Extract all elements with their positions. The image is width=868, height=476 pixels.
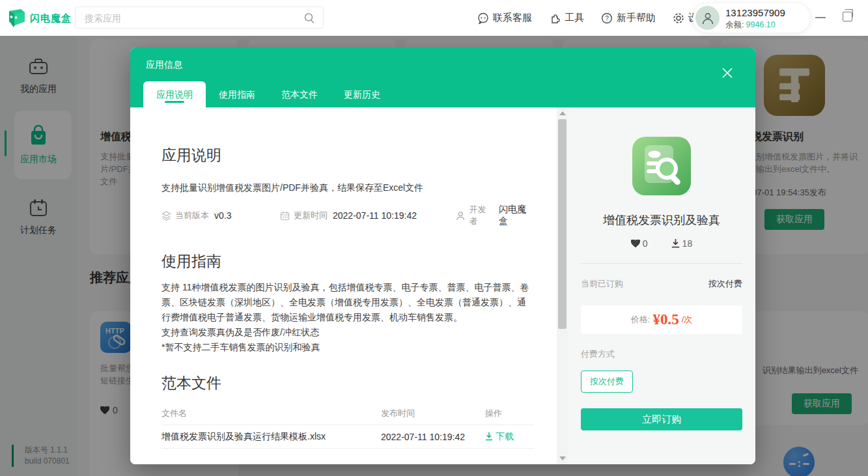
download-count-icon (671, 239, 680, 248)
topbar: 闪电魔盒 联系客服 工具 (0, 0, 868, 36)
download-link[interactable]: 下载 (485, 431, 534, 443)
app-description-text: 支持批量识别增值税发票图片/PDF并验真，结果保存至Excel文件 (161, 182, 534, 193)
pay-per-use-chip[interactable]: 按次付费 (581, 371, 633, 393)
app-icon-large (632, 137, 691, 195)
meta-updated: 更新时间 2022-07-11 10:19:42 (280, 204, 456, 227)
puzzle-icon (549, 12, 561, 24)
restore-window-button[interactable] (843, 12, 852, 21)
meta-version-label: 当前版本 (175, 210, 209, 221)
tools-label: 工具 (565, 12, 584, 24)
meta-version-value: v0.3 (214, 210, 231, 221)
likes-count: 0 (643, 238, 648, 249)
account-pill[interactable]: 13123957909 余额:9946.10 (693, 3, 810, 33)
col-filename: 文件名 (161, 408, 381, 419)
contact-support-button[interactable]: 联系客服 (477, 12, 532, 24)
modal-header: 应用信息 应用说明 使用指南 范本文件 更新历史 (130, 48, 755, 107)
app-logo-icon (5, 7, 27, 29)
app-info-modal: 应用信息 应用说明 使用指南 范本文件 更新历史 应用说明 支持批量识别增值税发… (130, 48, 755, 464)
contact-support-label: 联系客服 (493, 12, 532, 24)
tab-app-description[interactable]: 应用说明 (143, 81, 206, 107)
section-heading-description: 应用说明 (161, 145, 534, 165)
file-name: 增值税发票识别及验真运行结果模板.xlsx (161, 431, 381, 443)
downloads-stat: 18 (671, 238, 693, 249)
tools-button[interactable]: 工具 (549, 12, 584, 24)
meta-developer: 开发者 闪电魔盒 (456, 204, 534, 227)
subscription-row: 当前已订购 按次付费 (581, 278, 742, 290)
price-value: ¥0.5 (652, 311, 679, 328)
tab-sample-files[interactable]: 范本文件 (268, 81, 331, 107)
account-balance: 余额:9946.10 (725, 20, 776, 31)
account-phone: 13123957909 (725, 7, 785, 18)
scroll-up-arrow[interactable] (559, 111, 566, 115)
scrollbar-thumb[interactable] (558, 119, 567, 329)
minimize-button[interactable] (815, 17, 826, 18)
search-input[interactable] (83, 7, 301, 29)
modal-title: 应用信息 (146, 59, 182, 71)
scrollbar[interactable] (557, 107, 568, 464)
scroll-down-arrow[interactable] (559, 456, 566, 460)
meta-updated-value: 2022-07-11 10:19:42 (333, 210, 417, 221)
heart-icon (631, 240, 640, 248)
guide-paragraph-1: 支持 11种增值税发票的图片识别及验真，包括增值税专票、电子专票、普票、电子普票… (161, 280, 534, 325)
modal-tabs: 应用说明 使用指南 范本文件 更新历史 (143, 81, 393, 107)
layers-icon (161, 211, 171, 221)
col-action: 操作 (485, 408, 534, 419)
panel-stats: 0 18 (581, 238, 742, 249)
app-window: 我的应用 应用市场 计划任务 版本号 1.1.1 build 070801 (0, 0, 868, 476)
section-heading-files: 范本文件 (161, 373, 534, 393)
topbar-nav: 联系客服 工具 ? 新手帮助 设置 (477, 0, 708, 36)
meta-developer-value: 闪电魔盒 (499, 204, 534, 227)
balance-value: 9946.10 (746, 20, 775, 29)
help-icon: ? (601, 12, 613, 24)
svg-text:?: ? (605, 14, 609, 21)
app-meta-row: 当前版本 v0.3 更新时间 2022-07-11 10:19:42 (161, 204, 534, 227)
file-date: 2022-07-11 10:19:42 (381, 432, 485, 442)
avatar (695, 6, 720, 30)
chat-bubble-icon (477, 12, 489, 24)
panel-app-name: 增值税发票识别及验真 (581, 212, 742, 228)
sample-files-table: 文件名 发布时间 操作 增值税发票识别及验真运行结果模板.xlsx 2022-0… (161, 402, 534, 449)
subscription-value: 按次付费 (708, 278, 742, 290)
person-icon (456, 211, 465, 221)
calendar-icon (280, 211, 290, 221)
order-now-button[interactable]: 立即订购 (581, 408, 742, 430)
downloads-count: 18 (682, 238, 693, 249)
table-header-row: 文件名 发布时间 操作 (161, 402, 534, 425)
subscription-label: 当前已订购 (581, 278, 623, 290)
meta-updated-label: 更新时间 (294, 210, 328, 221)
close-icon[interactable] (720, 66, 735, 80)
panel-divider (581, 263, 742, 264)
gear-icon (673, 12, 684, 24)
table-row: 增值税发票识别及验真运行结果模板.xlsx 2022-07-11 10:19:4… (161, 425, 534, 449)
usage-guide-text: 支持 11种增值税发票的图片识别及验真，包括增值税专票、电子专票、普票、电子普票… (161, 280, 534, 355)
purchase-panel: 增值税发票识别及验真 0 18 (568, 107, 755, 464)
modal-body: 应用说明 支持批量识别增值税发票图片/PDF并验真，结果保存至Excel文件 当… (130, 107, 755, 464)
likes-stat: 0 (631, 238, 648, 249)
search-box[interactable] (75, 7, 324, 29)
help-button[interactable]: ? 新手帮助 (601, 12, 656, 24)
tab-usage-guide[interactable]: 使用指南 (206, 81, 268, 107)
app-name: 闪电魔盒 (30, 12, 72, 25)
meta-version: 当前版本 v0.3 (161, 204, 280, 227)
col-publish-date: 发布时间 (381, 408, 485, 419)
help-label: 新手帮助 (617, 12, 656, 24)
pay-method-label: 付费方式 (581, 348, 742, 360)
guide-paragraph-2: 支持查询发票真伪及是否作废/冲红状态 (161, 325, 534, 340)
price-card: 价格: ¥0.5 /次 (581, 305, 742, 334)
tab-update-history[interactable]: 更新历史 (331, 81, 393, 107)
meta-developer-label: 开发者 (469, 204, 494, 227)
download-label: 下载 (496, 431, 514, 443)
section-heading-guide: 使用指南 (161, 251, 534, 271)
user-icon (701, 12, 714, 25)
price-label: 价格: (631, 314, 651, 326)
modal-content: 应用说明 支持批量识别增值税发票图片/PDF并验真，结果保存至Excel文件 当… (130, 107, 568, 464)
balance-label: 余额: (725, 20, 744, 29)
search-icon[interactable] (303, 12, 315, 24)
guide-paragraph-3: *暂不支持二手车销售发票的识别和验真 (161, 340, 534, 355)
price-unit: /次 (682, 314, 693, 326)
download-icon (485, 432, 493, 441)
